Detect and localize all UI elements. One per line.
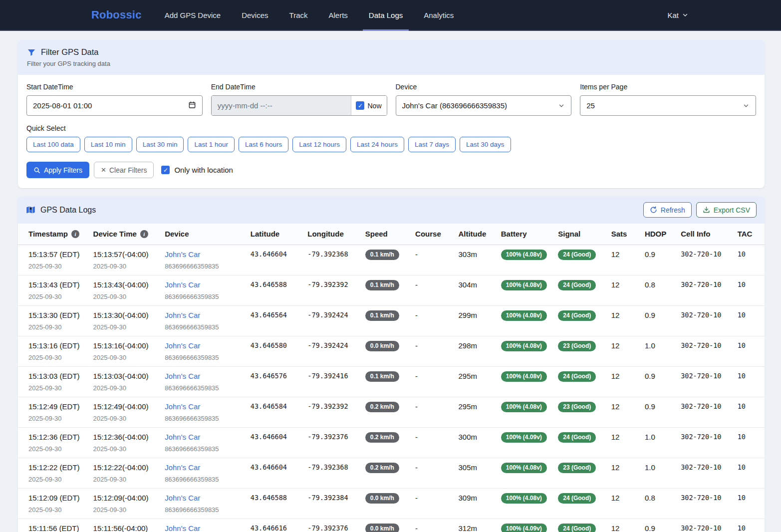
device-link[interactable]: John's Car <box>165 524 243 532</box>
cell-speed: 0.0 km/h <box>361 489 411 519</box>
altitude-value: 309m <box>458 494 477 502</box>
cell-cell-info: 302-720-10 <box>677 336 733 367</box>
refresh-button[interactable]: Refresh <box>643 202 692 218</box>
quick-btn-last-24-hours[interactable]: Last 24 hours <box>350 137 404 152</box>
cell-tac: 10 <box>734 397 765 428</box>
quick-btn-last-30-min[interactable]: Last 30 min <box>136 137 184 152</box>
device-link[interactable]: John's Car <box>165 463 243 472</box>
timestamp-time: 15:12:49 (EDT) <box>28 402 85 411</box>
cell-course: - <box>411 458 454 489</box>
cell-signal: 23 (Good) <box>554 397 607 428</box>
device-link[interactable]: John's Car <box>165 280 243 289</box>
signal-badge: 24 (Good) <box>558 371 596 382</box>
cell-device-time: 15:12:36(-04:00)2025-09-30 <box>89 428 161 458</box>
cell-battery: 100% (4.08v) <box>497 397 554 428</box>
latitude-value: 43.646616 <box>251 524 287 532</box>
cell-tac: 10 <box>734 519 765 532</box>
export-csv-button[interactable]: Export CSV <box>696 202 757 218</box>
device-link[interactable]: John's Car <box>165 250 243 259</box>
device-link[interactable]: John's Car <box>165 371 243 381</box>
device-time-date: 2025-09-30 <box>93 384 157 392</box>
apply-filters-button[interactable]: Apply Filters <box>26 162 89 178</box>
quick-btn-last-100-data[interactable]: Last 100 data <box>26 137 80 152</box>
device-link[interactable]: John's Car <box>165 432 243 442</box>
quick-btn-last-7-days[interactable]: Last 7 days <box>408 137 456 152</box>
nav-item-devices[interactable]: Devices <box>242 0 268 30</box>
device-link[interactable]: John's Car <box>165 341 243 350</box>
cell-course: - <box>411 306 454 336</box>
start-datetime-input[interactable]: 2025-08-01 01:00 <box>26 95 203 116</box>
column-header-device: Device <box>161 224 247 245</box>
info-icon[interactable]: i <box>71 230 79 238</box>
nav-item-track[interactable]: Track <box>289 0 308 30</box>
cell-device-time: 15:12:22(-04:00)2025-09-30 <box>89 458 161 489</box>
battery-badge: 100% (4.09v) <box>501 524 547 532</box>
device-imei: 863696666359835 <box>165 415 243 423</box>
device-link[interactable]: John's Car <box>165 402 243 411</box>
device-select[interactable]: John's Car (863696666359835) <box>396 95 572 116</box>
quick-btn-last-12-hours[interactable]: Last 12 hours <box>292 137 346 152</box>
calendar-icon[interactable] <box>188 101 196 110</box>
cell-cell-info: 302-720-10 <box>677 428 733 458</box>
cell-signal: 24 (Good) <box>554 489 607 519</box>
quick-btn-last-10-min[interactable]: Last 10 min <box>84 137 132 152</box>
cell-device: John's Car863696666359835 <box>161 367 247 397</box>
speed-badge: 0.2 km/h <box>365 402 399 412</box>
cell-speed: 0.0 km/h <box>361 336 411 367</box>
cell-device: John's Car863696666359835 <box>161 519 247 532</box>
quick-btn-last-1-hour[interactable]: Last 1 hour <box>188 137 235 152</box>
device-imei: 863696666359835 <box>165 506 243 514</box>
table-row: 15:12:49 (EDT)2025-09-3015:12:49(-04:00)… <box>18 397 765 428</box>
cell-course: - <box>411 275 454 306</box>
column-label: Cell Info <box>681 230 710 238</box>
cell-device: John's Car863696666359835 <box>161 336 247 367</box>
timestamp-time: 15:13:30 (EDT) <box>28 310 85 320</box>
battery-badge: 100% (4.08v) <box>501 310 547 321</box>
column-header-course: Course <box>411 224 454 245</box>
sats-value: 12 <box>611 250 620 259</box>
device-link[interactable]: John's Car <box>165 493 243 503</box>
nav-item-analytics[interactable]: Analytics <box>424 0 454 30</box>
cell-sats: 12 <box>607 306 641 336</box>
hdop-value: 0.9 <box>645 524 655 532</box>
cell-info-value: 302-720-10 <box>681 494 721 502</box>
cell-latitude: 43.646584 <box>247 397 303 428</box>
gps-data-table: TimestampiDevice TimeiDeviceLatitudeLong… <box>18 224 765 532</box>
timestamp-date: 2025-09-30 <box>28 263 85 270</box>
now-checkbox[interactable]: ✓ <box>356 101 364 110</box>
nav-item-add-gps-device[interactable]: Add GPS Device <box>165 0 221 30</box>
tac-value: 10 <box>738 311 746 319</box>
column-label: Battery <box>501 230 527 238</box>
clear-filters-button[interactable]: ✕ Clear Filters <box>94 162 154 178</box>
longitude-value: -79.392392 <box>307 402 348 410</box>
nav-item-alerts[interactable]: Alerts <box>329 0 348 30</box>
cell-battery: 100% (4.08v) <box>497 275 554 306</box>
latitude-value: 43.646588 <box>251 494 287 502</box>
filter-funnel-icon <box>27 48 36 57</box>
latitude-value: 43.646580 <box>251 341 287 349</box>
cell-timestamp: 15:12:49 (EDT)2025-09-30 <box>18 397 89 428</box>
cell-signal: 24 (Good) <box>554 245 607 275</box>
nav-item-data-logs[interactable]: Data Logs <box>369 0 403 30</box>
quick-btn-last-6-hours[interactable]: Last 6 hours <box>239 137 288 152</box>
cell-course: - <box>411 336 454 367</box>
now-toggle[interactable]: ✓ Now <box>351 96 387 115</box>
info-icon[interactable]: i <box>140 230 148 238</box>
cell-device: John's Car863696666359835 <box>161 458 247 489</box>
tac-value: 10 <box>738 402 746 410</box>
user-menu[interactable]: Kat <box>667 11 688 19</box>
device-imei: 863696666359835 <box>165 263 243 270</box>
end-datetime-input[interactable]: yyyy-mm-dd --:-- <box>212 96 351 115</box>
only-with-location-checkbox[interactable]: ✓ <box>161 166 170 174</box>
cell-device-time: 15:13:57(-04:00)2025-09-30 <box>89 245 161 275</box>
column-label: Sats <box>611 230 627 238</box>
tac-value: 10 <box>738 372 746 380</box>
cell-info-value: 302-720-10 <box>681 402 721 410</box>
device-link[interactable]: John's Car <box>165 310 243 320</box>
quick-btn-last-30-days[interactable]: Last 30 days <box>460 137 511 152</box>
items-per-page-select[interactable]: 25 <box>580 95 756 116</box>
brand-logo[interactable]: Robossic <box>91 8 142 21</box>
only-with-location-toggle[interactable]: ✓ Only with location <box>161 166 233 174</box>
start-datetime-label: Start DateTime <box>26 83 203 91</box>
cell-tac: 10 <box>734 458 765 489</box>
